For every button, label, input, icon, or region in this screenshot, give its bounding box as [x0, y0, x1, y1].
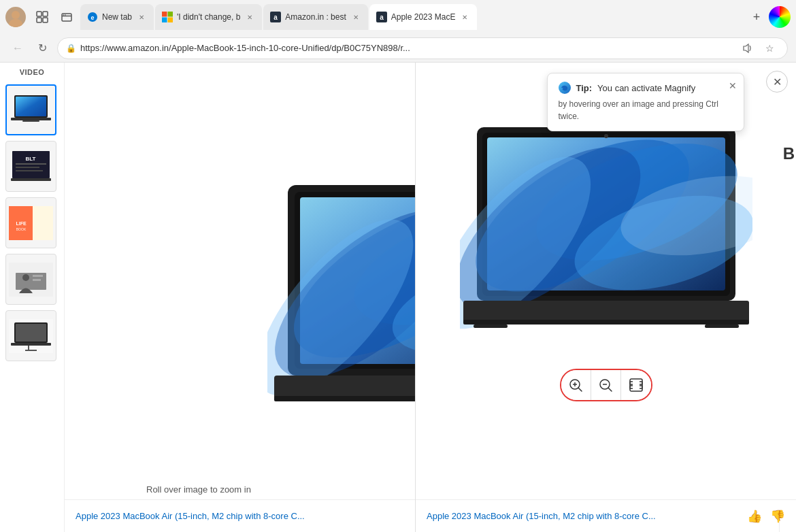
svg-rect-43: [16, 324, 46, 342]
url-bar[interactable]: 🔒 https://www.amazon.in/Apple-MacBook-15…: [57, 37, 788, 59]
svg-rect-27: [16, 163, 46, 165]
svg-text:a: a: [274, 14, 278, 21]
thumb-inner-4: [6, 254, 56, 304]
rollover-text: Roll over image to zoom in: [133, 484, 265, 495]
svg-point-1: [9, 19, 22, 27]
tab-list-icon[interactable]: [31, 6, 53, 28]
svg-rect-71: [463, 320, 749, 325]
thumbnail-2[interactable]: BLT: [5, 141, 56, 192]
tab-close-new-tab[interactable]: ✕: [136, 12, 147, 22]
tip-title: Tip:: [576, 83, 593, 93]
tab-label-new-tab: New tab: [102, 12, 132, 22]
panel-product-info: Apple 2023 MacBook Air (15-inch, M2 chip…: [416, 499, 796, 532]
tab-favicon-amazon: a: [270, 12, 281, 22]
sidebar-video-label: VIDEO: [5, 68, 59, 76]
svg-point-38: [22, 274, 29, 281]
svg-rect-72: [474, 325, 508, 328]
fit-screen-button[interactable]: [621, 370, 651, 400]
svg-rect-4: [37, 18, 42, 22]
window-icon[interactable]: [56, 6, 78, 28]
panel-product-text: Apple 2023 MacBook Air (15-inch, M2 chip…: [427, 511, 739, 521]
svg-text:LIFE: LIFE: [16, 221, 26, 226]
svg-rect-82: [630, 379, 642, 391]
address-bar: ← ↻ 🔒 https://www.amazon.in/Apple-MacBoo…: [0, 34, 796, 63]
favorites-icon[interactable]: ☆: [760, 39, 779, 58]
svg-text:e: e: [90, 14, 94, 21]
tip-header: Tip: You can activate Magnify: [559, 82, 733, 94]
tab-group: e New tab ✕ 'I didn't change, b ✕: [80, 4, 744, 30]
tab-close-apple[interactable]: ✕: [459, 12, 470, 22]
tab-favicon-msn: [162, 12, 173, 22]
close-x-icon: ✕: [773, 76, 782, 88]
rollover-label: Roll over image to zoom in: [146, 484, 251, 495]
tip-body-text: by hovering over an image and pressing C…: [559, 98, 733, 122]
tab-new-tab[interactable]: e New tab ✕: [80, 4, 154, 30]
svg-rect-73: [705, 325, 739, 328]
content-area: VIDEO: [0, 63, 796, 532]
svg-point-8: [63, 14, 65, 16]
svg-rect-3: [43, 12, 48, 16]
thumbnail-4[interactable]: [5, 254, 56, 305]
svg-point-74: [604, 134, 608, 138]
refresh-button[interactable]: ↻: [33, 39, 52, 58]
svg-rect-5: [43, 18, 48, 22]
svg-rect-28: [16, 167, 39, 168]
thumbnail-5[interactable]: [5, 310, 56, 361]
tip-text-inline: You can activate Magnify: [597, 83, 695, 93]
thumb-inner-3: LIFE BOOK: [6, 198, 56, 248]
svg-rect-15: [168, 18, 173, 23]
svg-point-0: [12, 11, 20, 19]
svg-rect-14: [162, 18, 167, 23]
thumb-inner-2: BLT: [6, 142, 56, 191]
svg-rect-39: [33, 275, 43, 277]
back-button[interactable]: ←: [8, 39, 27, 58]
profile-avatar[interactable]: [5, 7, 26, 27]
tab-label-msn: 'I didn't change, b: [177, 12, 240, 22]
zoom-product-image: [457, 110, 756, 355]
zoom-in-button[interactable]: [561, 370, 591, 400]
svg-text:BLT: BLT: [26, 156, 36, 162]
new-tab-button[interactable]: +: [747, 7, 766, 27]
svg-rect-40: [33, 279, 41, 281]
svg-rect-13: [168, 12, 173, 17]
zoomed-image-svg: [460, 117, 752, 348]
thumb-inner-5: [6, 311, 56, 361]
zoom-out-button[interactable]: [591, 370, 621, 400]
svg-rect-2: [37, 12, 42, 16]
zoom-panel: ✕ Tip: You can activate Magnify by hover…: [415, 63, 796, 532]
svg-rect-12: [162, 12, 167, 17]
tab-msn[interactable]: 'I didn't change, b ✕: [155, 4, 262, 30]
tab-close-msn[interactable]: ✕: [244, 12, 255, 22]
browser-chrome: e New tab ✕ 'I didn't change, b ✕: [0, 0, 796, 63]
svg-text:BOOK: BOOK: [16, 227, 27, 231]
thumbnail-3[interactable]: LIFE BOOK: [5, 197, 56, 248]
svg-line-78: [578, 388, 582, 391]
title-bar: e New tab ✕ 'I didn't change, b ✕: [0, 0, 796, 34]
thumbnail-1[interactable]: [5, 84, 56, 135]
svg-rect-46: [25, 350, 37, 351]
tab-label-amazon: Amazon.in : best: [285, 12, 346, 22]
zoom-controls: [560, 369, 652, 401]
tab-label-apple: Apple 2023 MacE: [391, 12, 456, 22]
edge-color-ball: [769, 6, 791, 28]
panel-thumbs-up[interactable]: 👍: [747, 509, 762, 524]
svg-rect-70: [463, 301, 749, 322]
svg-rect-29: [16, 170, 43, 171]
url-actions: ☆: [738, 39, 779, 58]
svg-rect-33: [33, 206, 53, 240]
lock-icon: 🔒: [66, 44, 76, 53]
tip-close-button[interactable]: ✕: [729, 80, 737, 91]
tab-favicon-apple: a: [376, 12, 387, 22]
tab-close-amazon[interactable]: ✕: [350, 12, 361, 22]
svg-point-9: [65, 14, 66, 16]
svg-text:a: a: [380, 14, 384, 21]
url-text: https://www.amazon.in/Apple-MacBook-15-i…: [80, 43, 734, 53]
tab-favicon-edge: e: [87, 12, 98, 22]
thumbnail-sidebar: VIDEO: [0, 63, 65, 532]
price-partial: [779, 521, 796, 532]
tab-amazon[interactable]: a Amazon.in : best ✕: [263, 4, 367, 30]
tab-apple-macbook[interactable]: a Apple 2023 MacE ✕: [369, 4, 478, 30]
zoom-panel-close-button[interactable]: ✕: [766, 71, 788, 93]
read-aloud-icon[interactable]: [738, 39, 757, 58]
tip-edge-icon: [559, 82, 571, 94]
